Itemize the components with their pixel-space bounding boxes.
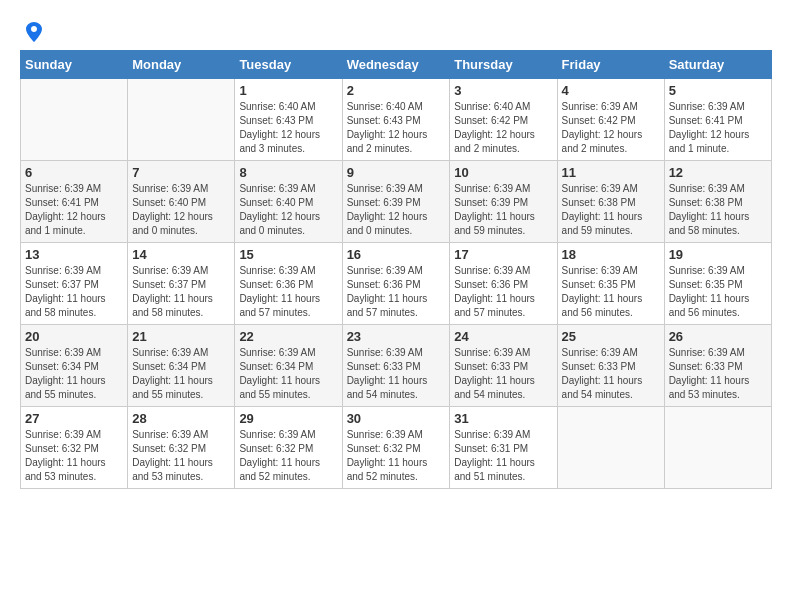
day-of-week-header: Wednesday bbox=[342, 51, 450, 79]
day-of-week-header: Tuesday bbox=[235, 51, 342, 79]
day-number: 19 bbox=[669, 247, 767, 262]
day-detail: Sunrise: 6:39 AM Sunset: 6:36 PM Dayligh… bbox=[454, 264, 552, 320]
day-number: 30 bbox=[347, 411, 446, 426]
calendar-cell: 15Sunrise: 6:39 AM Sunset: 6:36 PM Dayli… bbox=[235, 243, 342, 325]
calendar-cell: 27Sunrise: 6:39 AM Sunset: 6:32 PM Dayli… bbox=[21, 407, 128, 489]
calendar-cell: 25Sunrise: 6:39 AM Sunset: 6:33 PM Dayli… bbox=[557, 325, 664, 407]
day-detail: Sunrise: 6:39 AM Sunset: 6:42 PM Dayligh… bbox=[562, 100, 660, 156]
day-number: 8 bbox=[239, 165, 337, 180]
day-number: 20 bbox=[25, 329, 123, 344]
day-of-week-header: Friday bbox=[557, 51, 664, 79]
calendar-cell bbox=[128, 79, 235, 161]
calendar-cell: 11Sunrise: 6:39 AM Sunset: 6:38 PM Dayli… bbox=[557, 161, 664, 243]
day-detail: Sunrise: 6:39 AM Sunset: 6:34 PM Dayligh… bbox=[132, 346, 230, 402]
day-number: 26 bbox=[669, 329, 767, 344]
day-detail: Sunrise: 6:39 AM Sunset: 6:39 PM Dayligh… bbox=[347, 182, 446, 238]
calendar-cell: 13Sunrise: 6:39 AM Sunset: 6:37 PM Dayli… bbox=[21, 243, 128, 325]
calendar-cell: 28Sunrise: 6:39 AM Sunset: 6:32 PM Dayli… bbox=[128, 407, 235, 489]
day-number: 10 bbox=[454, 165, 552, 180]
day-detail: Sunrise: 6:39 AM Sunset: 6:37 PM Dayligh… bbox=[25, 264, 123, 320]
day-detail: Sunrise: 6:39 AM Sunset: 6:40 PM Dayligh… bbox=[132, 182, 230, 238]
calendar-week-row: 6Sunrise: 6:39 AM Sunset: 6:41 PM Daylig… bbox=[21, 161, 772, 243]
day-number: 14 bbox=[132, 247, 230, 262]
day-detail: Sunrise: 6:39 AM Sunset: 6:36 PM Dayligh… bbox=[239, 264, 337, 320]
calendar-cell: 24Sunrise: 6:39 AM Sunset: 6:33 PM Dayli… bbox=[450, 325, 557, 407]
day-detail: Sunrise: 6:39 AM Sunset: 6:34 PM Dayligh… bbox=[25, 346, 123, 402]
day-detail: Sunrise: 6:39 AM Sunset: 6:33 PM Dayligh… bbox=[347, 346, 446, 402]
day-number: 31 bbox=[454, 411, 552, 426]
day-number: 7 bbox=[132, 165, 230, 180]
day-number: 28 bbox=[132, 411, 230, 426]
day-of-week-header: Saturday bbox=[664, 51, 771, 79]
calendar-cell: 17Sunrise: 6:39 AM Sunset: 6:36 PM Dayli… bbox=[450, 243, 557, 325]
day-detail: Sunrise: 6:39 AM Sunset: 6:32 PM Dayligh… bbox=[132, 428, 230, 484]
day-detail: Sunrise: 6:39 AM Sunset: 6:32 PM Dayligh… bbox=[239, 428, 337, 484]
calendar-cell: 19Sunrise: 6:39 AM Sunset: 6:35 PM Dayli… bbox=[664, 243, 771, 325]
calendar-cell: 12Sunrise: 6:39 AM Sunset: 6:38 PM Dayli… bbox=[664, 161, 771, 243]
calendar-cell: 2Sunrise: 6:40 AM Sunset: 6:43 PM Daylig… bbox=[342, 79, 450, 161]
calendar-week-row: 1Sunrise: 6:40 AM Sunset: 6:43 PM Daylig… bbox=[21, 79, 772, 161]
day-detail: Sunrise: 6:39 AM Sunset: 6:32 PM Dayligh… bbox=[25, 428, 123, 484]
day-number: 18 bbox=[562, 247, 660, 262]
day-number: 23 bbox=[347, 329, 446, 344]
calendar-cell: 29Sunrise: 6:39 AM Sunset: 6:32 PM Dayli… bbox=[235, 407, 342, 489]
day-detail: Sunrise: 6:39 AM Sunset: 6:40 PM Dayligh… bbox=[239, 182, 337, 238]
day-of-week-header: Sunday bbox=[21, 51, 128, 79]
calendar-cell: 16Sunrise: 6:39 AM Sunset: 6:36 PM Dayli… bbox=[342, 243, 450, 325]
calendar-cell: 22Sunrise: 6:39 AM Sunset: 6:34 PM Dayli… bbox=[235, 325, 342, 407]
day-detail: Sunrise: 6:39 AM Sunset: 6:36 PM Dayligh… bbox=[347, 264, 446, 320]
page-header bbox=[20, 20, 772, 40]
day-number: 25 bbox=[562, 329, 660, 344]
day-number: 24 bbox=[454, 329, 552, 344]
day-number: 29 bbox=[239, 411, 337, 426]
calendar-cell: 7Sunrise: 6:39 AM Sunset: 6:40 PM Daylig… bbox=[128, 161, 235, 243]
calendar-table: SundayMondayTuesdayWednesdayThursdayFrid… bbox=[20, 50, 772, 489]
day-number: 3 bbox=[454, 83, 552, 98]
calendar-week-row: 13Sunrise: 6:39 AM Sunset: 6:37 PM Dayli… bbox=[21, 243, 772, 325]
day-number: 13 bbox=[25, 247, 123, 262]
day-number: 11 bbox=[562, 165, 660, 180]
day-detail: Sunrise: 6:39 AM Sunset: 6:41 PM Dayligh… bbox=[669, 100, 767, 156]
calendar-cell: 6Sunrise: 6:39 AM Sunset: 6:41 PM Daylig… bbox=[21, 161, 128, 243]
day-detail: Sunrise: 6:40 AM Sunset: 6:43 PM Dayligh… bbox=[239, 100, 337, 156]
day-detail: Sunrise: 6:39 AM Sunset: 6:37 PM Dayligh… bbox=[132, 264, 230, 320]
calendar-cell: 4Sunrise: 6:39 AM Sunset: 6:42 PM Daylig… bbox=[557, 79, 664, 161]
day-detail: Sunrise: 6:40 AM Sunset: 6:42 PM Dayligh… bbox=[454, 100, 552, 156]
calendar-cell: 23Sunrise: 6:39 AM Sunset: 6:33 PM Dayli… bbox=[342, 325, 450, 407]
calendar-week-row: 20Sunrise: 6:39 AM Sunset: 6:34 PM Dayli… bbox=[21, 325, 772, 407]
day-detail: Sunrise: 6:39 AM Sunset: 6:41 PM Dayligh… bbox=[25, 182, 123, 238]
day-number: 5 bbox=[669, 83, 767, 98]
day-number: 4 bbox=[562, 83, 660, 98]
day-detail: Sunrise: 6:39 AM Sunset: 6:35 PM Dayligh… bbox=[562, 264, 660, 320]
day-of-week-header: Monday bbox=[128, 51, 235, 79]
calendar-cell: 5Sunrise: 6:39 AM Sunset: 6:41 PM Daylig… bbox=[664, 79, 771, 161]
calendar-cell: 31Sunrise: 6:39 AM Sunset: 6:31 PM Dayli… bbox=[450, 407, 557, 489]
day-detail: Sunrise: 6:39 AM Sunset: 6:35 PM Dayligh… bbox=[669, 264, 767, 320]
day-detail: Sunrise: 6:39 AM Sunset: 6:39 PM Dayligh… bbox=[454, 182, 552, 238]
calendar-cell: 21Sunrise: 6:39 AM Sunset: 6:34 PM Dayli… bbox=[128, 325, 235, 407]
calendar-cell: 8Sunrise: 6:39 AM Sunset: 6:40 PM Daylig… bbox=[235, 161, 342, 243]
calendar-cell: 1Sunrise: 6:40 AM Sunset: 6:43 PM Daylig… bbox=[235, 79, 342, 161]
day-detail: Sunrise: 6:39 AM Sunset: 6:31 PM Dayligh… bbox=[454, 428, 552, 484]
calendar-cell: 9Sunrise: 6:39 AM Sunset: 6:39 PM Daylig… bbox=[342, 161, 450, 243]
day-number: 2 bbox=[347, 83, 446, 98]
day-detail: Sunrise: 6:39 AM Sunset: 6:33 PM Dayligh… bbox=[562, 346, 660, 402]
calendar-cell bbox=[664, 407, 771, 489]
day-number: 12 bbox=[669, 165, 767, 180]
day-detail: Sunrise: 6:39 AM Sunset: 6:38 PM Dayligh… bbox=[669, 182, 767, 238]
calendar-cell: 10Sunrise: 6:39 AM Sunset: 6:39 PM Dayli… bbox=[450, 161, 557, 243]
day-number: 6 bbox=[25, 165, 123, 180]
day-number: 9 bbox=[347, 165, 446, 180]
logo bbox=[20, 20, 46, 40]
day-detail: Sunrise: 6:39 AM Sunset: 6:34 PM Dayligh… bbox=[239, 346, 337, 402]
day-number: 15 bbox=[239, 247, 337, 262]
day-number: 21 bbox=[132, 329, 230, 344]
logo-icon bbox=[22, 20, 46, 44]
day-number: 16 bbox=[347, 247, 446, 262]
calendar-cell bbox=[21, 79, 128, 161]
day-number: 27 bbox=[25, 411, 123, 426]
calendar-cell: 30Sunrise: 6:39 AM Sunset: 6:32 PM Dayli… bbox=[342, 407, 450, 489]
calendar-cell: 3Sunrise: 6:40 AM Sunset: 6:42 PM Daylig… bbox=[450, 79, 557, 161]
calendar-cell: 20Sunrise: 6:39 AM Sunset: 6:34 PM Dayli… bbox=[21, 325, 128, 407]
day-detail: Sunrise: 6:39 AM Sunset: 6:33 PM Dayligh… bbox=[454, 346, 552, 402]
